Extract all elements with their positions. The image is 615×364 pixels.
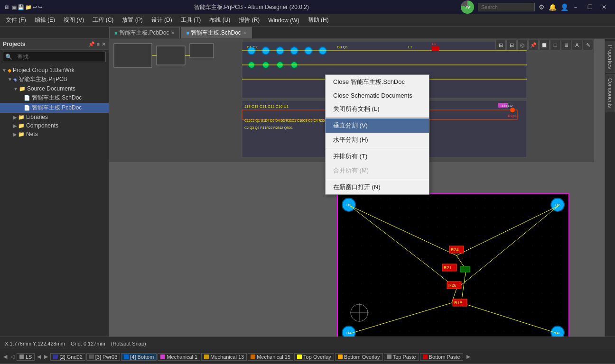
svg-text:R26: R26 — [448, 283, 457, 288]
menu-close-sch[interactable]: Close 智能车主板.SchDoc — [326, 75, 429, 89]
left-panel: Projects 📌 ≡ ✕ 🔍 ▼ ◆ Project Group 1.Dsn… — [0, 39, 109, 337]
content-area: C1 C2 D9 Q1 L1 L1 J13 C13 C11 C12 C16 U1… — [109, 39, 605, 337]
menu-close-sch-docs[interactable]: Close Schematic Documents — [326, 89, 429, 102]
layer-ls[interactable]: LS — [17, 353, 35, 361]
toolbar-icon-4[interactable]: 📌 — [528, 40, 539, 50]
layer-top-paste[interactable]: Top Paste — [384, 353, 419, 361]
toolbar-icon-3[interactable]: ◎ — [517, 40, 528, 50]
right-panel: Properties Components — [605, 39, 615, 337]
toolbar-icon-6[interactable]: □ — [550, 40, 560, 50]
settings-icon[interactable]: ⚙ — [539, 3, 545, 11]
titlebar: 🖥 ▣ 💾 📁 ↩ ↪ 智能车主板.PrjPCB - Altium Design… — [0, 0, 615, 14]
menu-design[interactable]: 设计 (D) — [148, 15, 176, 26]
tree-components[interactable]: ▶ 📁 Components — [0, 121, 109, 130]
pcb-board[interactable]: H3 H2 H4 H1 — [337, 193, 569, 337]
menu-place[interactable]: 放置 (P) — [118, 15, 146, 26]
menu-tile-all[interactable]: 并排所有 (T) — [326, 149, 429, 164]
pcb-crosshair — [350, 303, 369, 322]
panel-close-icon[interactable]: ✕ — [102, 41, 106, 47]
menu-route[interactable]: 布线 (U) — [205, 15, 234, 26]
layer-top-overlay[interactable]: Top Overlay — [294, 353, 334, 361]
toolbar-icon-1[interactable]: ⊞ — [495, 40, 506, 50]
menu-tools[interactable]: 工具 (T) — [177, 15, 205, 26]
layer-more[interactable]: ▶ — [465, 353, 472, 360]
tab-sch[interactable]: ■ 智能车主板.SchDoc ✕ — [181, 27, 252, 38]
toolbar-icon-8[interactable]: A — [572, 40, 582, 50]
menu-reports[interactable]: 报告 (R) — [235, 15, 263, 26]
layer-nav-prev2[interactable]: ◁ — [9, 353, 16, 360]
layer-bottom-paste-dot — [423, 355, 428, 359]
layer-bar: ◀ ◁ LS ◀ ▶ [2] Gnd02 [3] Pwr03 [4] Botto… — [0, 350, 615, 363]
app-icons: 🖥 ▣ 💾 📁 ↩ ↪ — [4, 4, 42, 10]
sch-tab-icon: ■ — [186, 30, 189, 36]
svg-text:R21: R21 — [444, 265, 452, 270]
context-menu: Close 智能车主板.SchDoc Close Schematic Docum… — [325, 74, 429, 195]
panel-pin-icon[interactable]: 📌 — [88, 41, 95, 47]
grid-info: Grid: 0.127mm — [69, 341, 107, 346]
menu-edit[interactable]: 编辑 (E) — [31, 15, 59, 26]
close-button[interactable]: ✕ — [597, 2, 611, 12]
layer-mech15[interactable]: Mechanical 15 — [248, 353, 293, 361]
separator-2 — [326, 148, 429, 148]
layer-gnd02[interactable]: [2] Gnd02 — [50, 353, 85, 361]
layer-mech1[interactable]: Mechanical 1 — [158, 353, 200, 361]
tree-nets[interactable]: ▶ 📁 Nets — [0, 130, 109, 138]
panel-menu-icon[interactable]: ≡ — [97, 41, 100, 47]
layer-mech13-dot — [204, 355, 209, 359]
panel-header: Projects 📌 ≡ ✕ — [0, 39, 109, 50]
tree-source-docs[interactable]: ▼ 📁 Source Documents — [0, 84, 109, 93]
separator-3 — [326, 179, 429, 179]
layer-mid-prev[interactable]: ◀ — [36, 353, 42, 360]
menu-split-vertical[interactable]: 垂直分割 (V) — [326, 118, 429, 133]
search-input[interactable] — [478, 3, 535, 11]
menu-window[interactable]: Window (W) — [264, 16, 303, 25]
svg-text:R1B: R1B — [454, 300, 463, 305]
menu-file[interactable]: 文件 (F) — [2, 15, 30, 26]
svg-line-34 — [350, 206, 457, 255]
menu-help[interactable]: 帮助 (H) — [304, 15, 333, 26]
tree-sch-doc[interactable]: ▶ 📄 智能车主板.SchDoc — [0, 93, 109, 103]
minimize-button[interactable]: － — [568, 2, 583, 12]
window-controls: － ❐ ✕ — [568, 2, 611, 12]
tree-libraries[interactable]: ▶ 📁 Libraries — [0, 113, 109, 121]
tree-project[interactable]: ▼ ◈ 智能车主板.PrjPCB — [0, 74, 109, 84]
toolbar-icon-7[interactable]: ≣ — [561, 40, 571, 50]
toolbar: ⊞ ⊟ ◎ 📌 🔲 □ ≣ A ✎ — [494, 39, 594, 51]
tree-project-group[interactable]: ▼ ◆ Project Group 1.DsnWrk — [0, 66, 109, 74]
tab-pcb-close[interactable]: ✕ — [171, 30, 175, 36]
window-title: 智能车主板.PrjPCB - Altium Designer (20.0.2) — [42, 3, 461, 11]
layer-mech1-dot — [160, 355, 165, 359]
menu-view[interactable]: 视图 (V) — [60, 15, 88, 26]
pcb-wires-svg: R24 R21 R26 R1B — [338, 194, 568, 337]
menu-open-new-window[interactable]: 在新窗口打开 (N) — [326, 180, 429, 194]
menu-split-horizontal[interactable]: 水平分割 (H) — [326, 133, 429, 147]
panel-title: Projects — [3, 41, 25, 47]
layer-mid-next[interactable]: ▶ — [43, 353, 49, 360]
svg-rect-23 — [432, 46, 439, 51]
tab-sch-label: 智能车主板.SchDoc — [191, 29, 241, 37]
user-icon[interactable]: 👤 — [560, 3, 568, 11]
layer-gnd02-dot — [53, 355, 58, 359]
layer-mech13[interactable]: Mechanical 13 — [201, 353, 247, 361]
right-tab-properties[interactable]: Properties — [606, 41, 615, 73]
svg-rect-2 — [157, 46, 185, 65]
project-search-input[interactable] — [14, 52, 90, 62]
menu-project[interactable]: 工程 (C) — [89, 15, 117, 26]
right-tab-components[interactable]: Components — [606, 74, 615, 112]
layer-prev[interactable]: ◀ — [2, 353, 9, 360]
layer-bottom-paste[interactable]: Bottom Paste — [420, 353, 463, 361]
toolbar-icon-5[interactable]: 🔲 — [539, 40, 550, 50]
menu-close-all[interactable]: 关闭所有文档 (L) — [326, 102, 429, 116]
toolbar-icon-9[interactable]: ✎ — [583, 40, 593, 50]
layer-pwr03[interactable]: [3] Pwr03 — [86, 353, 120, 361]
svg-text:C2 Q3 Q5 R11R22 R2812 Q8D1: C2 Q3 Q5 R11R22 R2812 Q8D1 — [244, 126, 293, 130]
tree-pcb-doc[interactable]: ▶ 📄 智能车主板.PcbDoc — [0, 103, 109, 113]
toolbar-icon-2[interactable]: ⊟ — [506, 40, 517, 50]
tab-pcb[interactable]: ■ 智能车主板.PcbDoc ✕ — [109, 27, 180, 38]
layer-bottom-overlay[interactable]: Bottom Overlay — [335, 353, 383, 361]
restore-button[interactable]: ❐ — [583, 2, 597, 12]
notifications-icon[interactable]: 🔔 — [549, 3, 557, 11]
layer-bottom[interactable]: [4] Bottom — [121, 353, 157, 361]
tab-sch-close[interactable]: ✕ — [243, 30, 247, 36]
header-icons: 79 ⚙ 🔔 👤 — [461, 0, 568, 14]
